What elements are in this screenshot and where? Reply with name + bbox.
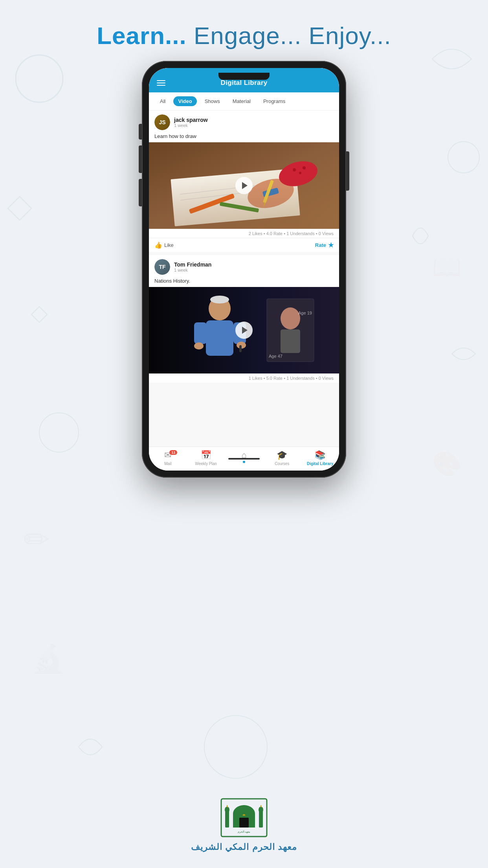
svg-text:🔬: 🔬 [31, 643, 66, 675]
svg-rect-9 [171, 168, 300, 226]
video-thumb-1[interactable] [149, 142, 339, 229]
avatar-img-1: JS [154, 114, 170, 130]
svg-text:🎨: 🎨 [432, 450, 462, 478]
library-label: Digital Library [307, 462, 333, 466]
rate-label-1: Rate [315, 242, 326, 248]
post-stats-1: 2 Likes • 4.0 Rate • 1 Understands • 0 V… [149, 229, 339, 238]
app-content: Digital Library All Video Shows Material… [149, 68, 339, 471]
home-indicator-bar [228, 458, 260, 460]
svg-rect-12 [189, 193, 235, 214]
play-button-2[interactable] [235, 322, 253, 339]
svg-marker-21 [262, 202, 266, 208]
user-info-2: Tom Friedman 1 week [174, 261, 211, 272]
svg-point-14 [244, 174, 297, 213]
tab-material[interactable]: Material [228, 96, 255, 106]
svg-rect-39 [239, 818, 249, 828]
svg-rect-30 [239, 345, 242, 352]
menu-line-2 [157, 83, 165, 83]
svg-text:Age 19: Age 19 [298, 311, 312, 315]
svg-point-0 [16, 55, 63, 102]
star-icon-1: ★ [328, 241, 334, 249]
svg-text:📖: 📖 [432, 253, 462, 281]
arabic-text: معهد الحرم المكي الشريف [185, 842, 303, 852]
courses-icon: 🎓 [277, 450, 287, 460]
tab-all[interactable]: All [155, 96, 170, 106]
rate-button-1[interactable]: Rate ★ [315, 241, 334, 249]
svg-point-1 [448, 142, 479, 173]
post-time-1: 1 week [174, 123, 208, 128]
svg-point-24 [210, 296, 229, 303]
play-button-1[interactable] [235, 177, 253, 194]
phone-btn-vol-up [139, 145, 142, 173]
video-thumb-2[interactable]: Age 47 Age 19 [149, 287, 339, 373]
bottom-section: معهد الحرم معهد الحرم المكي الشريف [185, 798, 303, 852]
nav-courses[interactable]: 🎓 Courses [263, 450, 301, 466]
menu-line-1 [157, 80, 165, 81]
post-actions-1: 👍 Like Rate ★ [149, 238, 339, 252]
user-info-1: jack sparrow 1 week [174, 117, 208, 128]
post-card-1: JS jack sparrow 1 week Learn how to draw [149, 110, 339, 252]
svg-point-18 [303, 166, 306, 169]
header-rest: Engage... Enjoy... [187, 22, 391, 49]
svg-point-17 [299, 172, 301, 174]
post-header-1: JS jack sparrow 1 week [149, 110, 339, 132]
phone-btn-mute [139, 124, 142, 140]
library-icon: 📚 [315, 450, 325, 460]
page-header: Learn... Engage... Enjoy... [0, 22, 488, 50]
post-card-2: TF Tom Friedman 1 week Nations History. [149, 255, 339, 383]
svg-point-32 [281, 307, 300, 329]
app-title: Digital Library [221, 79, 268, 87]
svg-rect-25 [206, 320, 233, 356]
menu-button[interactable] [157, 80, 165, 86]
courses-label: Courses [275, 462, 289, 466]
svg-rect-43 [227, 805, 227, 807]
like-label-1: Like [164, 242, 174, 248]
like-icon-1: 👍 [154, 241, 162, 249]
filter-tabs: All Video Shows Material Programs [149, 92, 339, 110]
scroll-content[interactable]: JS jack sparrow 1 week Learn how to draw [149, 110, 339, 447]
post-time-2: 1 week [174, 268, 211, 272]
nav-weekly-plan[interactable]: 📅 Weekly Plan [187, 450, 225, 466]
svg-rect-26 [194, 322, 207, 344]
calendar-icon: 📅 [201, 450, 211, 460]
svg-rect-33 [281, 329, 300, 353]
post-header-2: TF Tom Friedman 1 week [149, 255, 339, 277]
username-2: Tom Friedman [174, 261, 211, 268]
avatar-img-2: TF [154, 259, 170, 275]
avatar-2: TF [154, 259, 170, 275]
post-stats-2: 1 Likes • 5.0 Rate • 1 Understands • 0 V… [149, 373, 339, 383]
username-1: jack sparrow [174, 117, 208, 123]
header-bold: Learn... [97, 22, 187, 49]
tab-video[interactable]: Video [173, 96, 196, 106]
svg-rect-47 [261, 805, 261, 807]
phone-notch [218, 73, 270, 80]
phone-btn-power [346, 151, 349, 191]
mail-badge: 11 [169, 450, 177, 455]
svg-rect-19 [262, 188, 279, 197]
home-indicator-dot [243, 461, 245, 463]
top-bar: Digital Library [149, 68, 339, 92]
mosque-logo: معهد الحرم [220, 798, 268, 837]
phone-frame: Digital Library All Video Shows Material… [142, 61, 346, 478]
svg-rect-13 [220, 202, 259, 212]
nav-digital-library[interactable]: 📚 Digital Library [301, 450, 339, 466]
avatar-1: JS [154, 114, 170, 130]
mail-label: Mail [164, 462, 171, 466]
phone-screen: Digital Library All Video Shows Material… [149, 68, 339, 471]
post-title-2: Nations History. [149, 277, 339, 287]
weekly-plan-label: Weekly Plan [195, 462, 216, 466]
svg-text:✏: ✏ [24, 522, 50, 557]
svg-point-2 [39, 413, 79, 452]
menu-line-3 [157, 85, 165, 86]
like-button-1[interactable]: 👍 Like [154, 241, 174, 249]
nav-mail[interactable]: 11 ✉ Mail [149, 450, 187, 466]
tab-programs[interactable]: Programs [259, 96, 290, 106]
post-title-1: Learn how to draw [149, 132, 339, 142]
svg-point-7 [204, 715, 267, 778]
svg-text:Age 47: Age 47 [269, 354, 283, 359]
tab-shows[interactable]: Shows [200, 96, 225, 106]
phone-btn-vol-down [139, 179, 142, 206]
svg-text:معهد الحرم: معهد الحرم [238, 830, 251, 833]
svg-point-16 [293, 168, 296, 171]
svg-rect-20 [263, 180, 274, 203]
